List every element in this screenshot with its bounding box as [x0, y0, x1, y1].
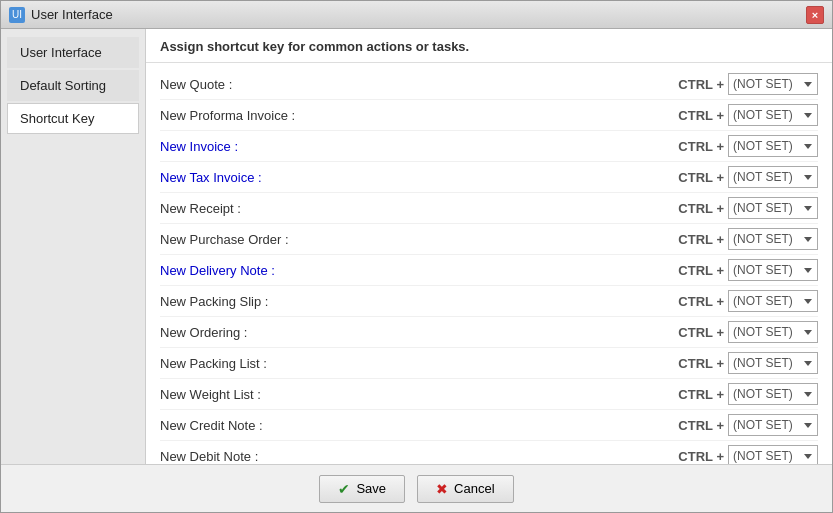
ctrl-part-11: CTRL +(NOT SET)ABCDEFGHIJKLMNOPQRSTUVWXY… [678, 414, 818, 436]
cancel-x-icon: ✖ [436, 481, 448, 497]
ctrl-text-10: CTRL + [678, 387, 724, 402]
sidebar-item-shortcut-key[interactable]: Shortcut Key [7, 103, 139, 134]
shortcut-label-4: New Receipt : [160, 201, 678, 216]
ctrl-text-4: CTRL + [678, 201, 724, 216]
ctrl-text-3: CTRL + [678, 170, 724, 185]
key-select-0[interactable]: (NOT SET)ABCDEFGHIJKLMNOPQRSTUVWXYZ [728, 73, 818, 95]
ctrl-text-1: CTRL + [678, 108, 724, 123]
shortcut-row-11: New Credit Note :CTRL +(NOT SET)ABCDEFGH… [160, 410, 818, 441]
ctrl-part-8: CTRL +(NOT SET)ABCDEFGHIJKLMNOPQRSTUVWXY… [678, 321, 818, 343]
ctrl-text-6: CTRL + [678, 263, 724, 278]
key-select-11[interactable]: (NOT SET)ABCDEFGHIJKLMNOPQRSTUVWXYZ [728, 414, 818, 436]
shortcut-label-9: New Packing List : [160, 356, 678, 371]
shortcut-label-6: New Delivery Note : [160, 263, 678, 278]
ctrl-part-12: CTRL +(NOT SET)ABCDEFGHIJKLMNOPQRSTUVWXY… [678, 445, 818, 464]
ctrl-text-5: CTRL + [678, 232, 724, 247]
shortcut-label-3: New Tax Invoice : [160, 170, 678, 185]
shortcut-label-5: New Purchase Order : [160, 232, 678, 247]
shortcut-row-12: New Debit Note :CTRL +(NOT SET)ABCDEFGHI… [160, 441, 818, 464]
shortcuts-list: New Quote :CTRL +(NOT SET)ABCDEFGHIJKLMN… [146, 63, 832, 464]
ctrl-text-9: CTRL + [678, 356, 724, 371]
key-select-7[interactable]: (NOT SET)ABCDEFGHIJKLMNOPQRSTUVWXYZ [728, 290, 818, 312]
shortcut-row-1: New Proforma Invoice :CTRL +(NOT SET)ABC… [160, 100, 818, 131]
shortcut-row-9: New Packing List :CTRL +(NOT SET)ABCDEFG… [160, 348, 818, 379]
header-bold: Assign shortcut key [160, 39, 284, 54]
save-label: Save [356, 481, 386, 496]
key-select-12[interactable]: (NOT SET)ABCDEFGHIJKLMNOPQRSTUVWXYZ [728, 445, 818, 464]
close-button[interactable]: × [806, 6, 824, 24]
shortcut-row-4: New Receipt :CTRL +(NOT SET)ABCDEFGHIJKL… [160, 193, 818, 224]
content-area: Assign shortcut key for common actions o… [146, 29, 832, 464]
shortcut-label-10: New Weight List : [160, 387, 678, 402]
title-bar: UI User Interface × [1, 1, 832, 29]
key-select-4[interactable]: (NOT SET)ABCDEFGHIJKLMNOPQRSTUVWXYZ [728, 197, 818, 219]
key-select-5[interactable]: (NOT SET)ABCDEFGHIJKLMNOPQRSTUVWXYZ [728, 228, 818, 250]
cancel-button[interactable]: ✖ Cancel [417, 475, 513, 503]
shortcut-label-0: New Quote : [160, 77, 678, 92]
key-select-9[interactable]: (NOT SET)ABCDEFGHIJKLMNOPQRSTUVWXYZ [728, 352, 818, 374]
shortcut-row-8: New Ordering :CTRL +(NOT SET)ABCDEFGHIJK… [160, 317, 818, 348]
ctrl-part-3: CTRL +(NOT SET)ABCDEFGHIJKLMNOPQRSTUVWXY… [678, 166, 818, 188]
ctrl-text-11: CTRL + [678, 418, 724, 433]
main-window: UI User Interface × User InterfaceDefaul… [0, 0, 833, 513]
shortcut-label-11: New Credit Note : [160, 418, 678, 433]
ctrl-text-0: CTRL + [678, 77, 724, 92]
shortcut-label-12: New Debit Note : [160, 449, 678, 464]
key-select-10[interactable]: (NOT SET)ABCDEFGHIJKLMNOPQRSTUVWXYZ [728, 383, 818, 405]
save-check-icon: ✔ [338, 481, 350, 497]
ctrl-part-10: CTRL +(NOT SET)ABCDEFGHIJKLMNOPQRSTUVWXY… [678, 383, 818, 405]
sidebar-item-default-sorting[interactable]: Default Sorting [7, 70, 139, 101]
ctrl-text-2: CTRL + [678, 139, 724, 154]
shortcut-row-0: New Quote :CTRL +(NOT SET)ABCDEFGHIJKLMN… [160, 69, 818, 100]
ctrl-part-5: CTRL +(NOT SET)ABCDEFGHIJKLMNOPQRSTUVWXY… [678, 228, 818, 250]
key-select-3[interactable]: (NOT SET)ABCDEFGHIJKLMNOPQRSTUVWXYZ [728, 166, 818, 188]
shortcut-row-10: New Weight List :CTRL +(NOT SET)ABCDEFGH… [160, 379, 818, 410]
key-select-8[interactable]: (NOT SET)ABCDEFGHIJKLMNOPQRSTUVWXYZ [728, 321, 818, 343]
window-icon: UI [9, 7, 25, 23]
footer: ✔ Save ✖ Cancel [1, 464, 832, 512]
cancel-label: Cancel [454, 481, 494, 496]
shortcut-row-7: New Packing Slip :CTRL +(NOT SET)ABCDEFG… [160, 286, 818, 317]
ctrl-part-6: CTRL +(NOT SET)ABCDEFGHIJKLMNOPQRSTUVWXY… [678, 259, 818, 281]
sidebar: User InterfaceDefault SortingShortcut Ke… [1, 29, 146, 464]
shortcut-label-2: New Invoice : [160, 139, 678, 154]
header-suffix: for common actions or tasks. [284, 39, 469, 54]
shortcut-row-5: New Purchase Order :CTRL +(NOT SET)ABCDE… [160, 224, 818, 255]
ctrl-part-9: CTRL +(NOT SET)ABCDEFGHIJKLMNOPQRSTUVWXY… [678, 352, 818, 374]
shortcut-row-2: New Invoice :CTRL +(NOT SET)ABCDEFGHIJKL… [160, 131, 818, 162]
ctrl-part-7: CTRL +(NOT SET)ABCDEFGHIJKLMNOPQRSTUVWXY… [678, 290, 818, 312]
shortcut-label-7: New Packing Slip : [160, 294, 678, 309]
key-select-1[interactable]: (NOT SET)ABCDEFGHIJKLMNOPQRSTUVWXYZ [728, 104, 818, 126]
shortcut-row-3: New Tax Invoice :CTRL +(NOT SET)ABCDEFGH… [160, 162, 818, 193]
content-header: Assign shortcut key for common actions o… [146, 29, 832, 63]
ctrl-text-8: CTRL + [678, 325, 724, 340]
sidebar-item-user-interface[interactable]: User Interface [7, 37, 139, 68]
ctrl-part-0: CTRL +(NOT SET)ABCDEFGHIJKLMNOPQRSTUVWXY… [678, 73, 818, 95]
title-bar-left: UI User Interface [9, 7, 113, 23]
window-title: User Interface [31, 7, 113, 22]
ctrl-part-2: CTRL +(NOT SET)ABCDEFGHIJKLMNOPQRSTUVWXY… [678, 135, 818, 157]
ctrl-text-7: CTRL + [678, 294, 724, 309]
ctrl-text-12: CTRL + [678, 449, 724, 464]
shortcut-label-8: New Ordering : [160, 325, 678, 340]
key-select-2[interactable]: (NOT SET)ABCDEFGHIJKLMNOPQRSTUVWXYZ [728, 135, 818, 157]
window-body: User InterfaceDefault SortingShortcut Ke… [1, 29, 832, 464]
save-button[interactable]: ✔ Save [319, 475, 405, 503]
shortcut-row-6: New Delivery Note :CTRL +(NOT SET)ABCDEF… [160, 255, 818, 286]
shortcut-label-1: New Proforma Invoice : [160, 108, 678, 123]
ctrl-part-1: CTRL +(NOT SET)ABCDEFGHIJKLMNOPQRSTUVWXY… [678, 104, 818, 126]
ctrl-part-4: CTRL +(NOT SET)ABCDEFGHIJKLMNOPQRSTUVWXY… [678, 197, 818, 219]
key-select-6[interactable]: (NOT SET)ABCDEFGHIJKLMNOPQRSTUVWXYZ [728, 259, 818, 281]
